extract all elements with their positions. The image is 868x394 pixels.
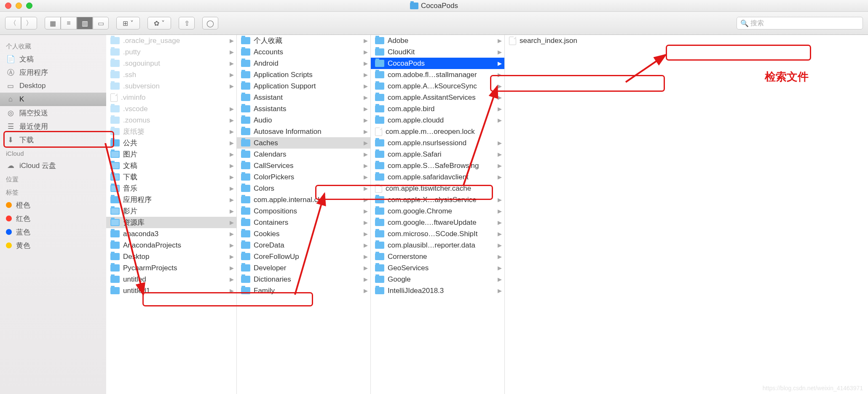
- list-row[interactable]: Adobe▶: [371, 35, 504, 46]
- sidebar-tag[interactable]: 红色: [0, 212, 106, 225]
- list-row[interactable]: 公共▶: [106, 137, 236, 149]
- list-row[interactable]: IntelliJIdea2018.3▶: [371, 285, 504, 296]
- list-row[interactable]: com.apple.nsurlsessiond▶: [371, 137, 504, 149]
- list-row[interactable]: Developer▶: [237, 262, 370, 274]
- list-row[interactable]: Assistant▶: [237, 92, 370, 103]
- view-gallery-button[interactable]: ▭: [93, 17, 109, 29]
- share-button[interactable]: ⇧: [179, 17, 195, 29]
- list-row[interactable]: Accounts▶: [237, 46, 370, 58]
- list-row[interactable]: .zoomus▶: [106, 114, 236, 126]
- list-row[interactable]: Caches▶: [237, 137, 370, 149]
- list-row[interactable]: Dictionaries▶: [237, 274, 370, 285]
- list-row[interactable]: com.apple.AssitantServices▶: [371, 92, 504, 103]
- list-row[interactable]: com.apple.Safari▶: [371, 149, 504, 160]
- list-row[interactable]: anaconda3▶: [106, 228, 236, 240]
- list-row[interactable]: 资源库▶: [106, 217, 236, 228]
- list-row[interactable]: Cornerstone▶: [371, 251, 504, 262]
- list-row[interactable]: 个人收藏▶: [237, 35, 370, 46]
- sidebar-item[interactable]: ◎隔空投送: [0, 106, 106, 120]
- list-row[interactable]: Colors▶: [237, 183, 370, 194]
- list-row[interactable]: com.plausibl…reporter.data▶: [371, 240, 504, 251]
- list-row[interactable]: Application Scripts▶: [237, 69, 370, 80]
- list-row[interactable]: Family▶: [237, 285, 370, 296]
- column-1[interactable]: .oracle_jre_usage▶.putty▶.sogouinput▶.ss…: [106, 35, 237, 394]
- list-row[interactable]: 下载▶: [106, 171, 236, 183]
- list-row[interactable]: com.apple.m…oreopen.lock: [371, 126, 504, 137]
- list-row[interactable]: Assistants▶: [237, 103, 370, 114]
- back-button[interactable]: 〈: [5, 17, 21, 29]
- sidebar-item[interactable]: ▭Desktop: [0, 79, 106, 93]
- list-row[interactable]: CoreData▶: [237, 240, 370, 251]
- sidebar-item[interactable]: ☰最近使用: [0, 120, 106, 133]
- list-row[interactable]: Containers▶: [237, 217, 370, 228]
- list-row[interactable]: Calendars▶: [237, 149, 370, 160]
- list-row[interactable]: com.google.…ftwareUpdate▶: [371, 217, 504, 228]
- list-row[interactable]: 图片▶: [106, 149, 236, 160]
- list-row[interactable]: .subversion▶: [106, 80, 236, 92]
- list-row[interactable]: Autosave Information▶: [237, 126, 370, 137]
- list-row[interactable]: com.apple.bird▶: [371, 103, 504, 114]
- sidebar-item[interactable]: Ⓐ应用程序: [0, 66, 106, 79]
- list-row[interactable]: com.apple.A…kSourceSync▶: [371, 80, 504, 92]
- list-row[interactable]: .vscode▶: [106, 103, 236, 114]
- column-3[interactable]: Adobe▶CloudKit▶CocoaPods▶com.adobe.fl…st…: [371, 35, 505, 394]
- list-row[interactable]: CloudKit▶: [371, 46, 504, 58]
- list-row[interactable]: untitled▶: [106, 274, 236, 285]
- list-row[interactable]: com.apple.S…SafeBrowsing▶: [371, 160, 504, 171]
- forward-button[interactable]: 〉: [21, 17, 37, 29]
- list-row[interactable]: Google▶: [371, 274, 504, 285]
- list-row[interactable]: CocoaPods▶: [371, 58, 504, 69]
- sidebar-tag[interactable]: 蓝色: [0, 225, 106, 239]
- list-row[interactable]: untitled1▶: [106, 285, 236, 296]
- list-row[interactable]: PycharmProjects▶: [106, 262, 236, 274]
- sidebar-item[interactable]: 📄文稿: [0, 52, 106, 66]
- list-row[interactable]: GeoServices▶: [371, 262, 504, 274]
- list-row[interactable]: com.apple.tiswitcher.cache: [371, 183, 504, 194]
- list-row[interactable]: com.microso…SCode.ShipIt▶: [371, 228, 504, 240]
- list-row[interactable]: 影片▶: [106, 205, 236, 217]
- list-row[interactable]: search_index.json: [505, 35, 868, 46]
- list-row[interactable]: Android▶: [237, 58, 370, 69]
- list-row[interactable]: 文稿▶: [106, 160, 236, 171]
- list-row[interactable]: .oracle_jre_usage▶: [106, 35, 236, 46]
- list-row[interactable]: 废纸篓▶: [106, 126, 236, 137]
- sidebar-item[interactable]: ⌂K: [0, 93, 106, 106]
- tags-button[interactable]: ◯: [202, 17, 218, 29]
- list-row[interactable]: com.google.Chrome▶: [371, 205, 504, 217]
- list-row[interactable]: .viminfo: [106, 92, 236, 103]
- list-row[interactable]: com.apple.internal.ck▶: [237, 194, 370, 205]
- search-input[interactable]: 🔍 搜索: [737, 17, 863, 29]
- minimize-button[interactable]: [16, 3, 22, 9]
- column-2[interactable]: 个人收藏▶Accounts▶Android▶Application Script…: [237, 35, 371, 394]
- list-row[interactable]: com.adobe.fl…stallmanager▶: [371, 69, 504, 80]
- list-row[interactable]: Application Support▶: [237, 80, 370, 92]
- sidebar-item[interactable]: ☁iCloud 云盘: [0, 159, 106, 172]
- list-row[interactable]: com.apple.X…alysisService▶: [371, 194, 504, 205]
- sidebar-item[interactable]: ⬇下载: [0, 133, 106, 146]
- list-row[interactable]: 音乐▶: [106, 183, 236, 194]
- list-row[interactable]: com.apple.safaridavclient▶: [371, 171, 504, 183]
- close-button[interactable]: [5, 3, 11, 9]
- list-row[interactable]: Audio▶: [237, 114, 370, 126]
- sidebar-tag[interactable]: 橙色: [0, 198, 106, 212]
- list-row[interactable]: CoreFollowUp▶: [237, 251, 370, 262]
- list-row[interactable]: CallServices▶: [237, 160, 370, 171]
- list-row[interactable]: .putty▶: [106, 46, 236, 58]
- list-row[interactable]: AnacondaProjects▶: [106, 240, 236, 251]
- list-row[interactable]: Desktop▶: [106, 251, 236, 262]
- list-row[interactable]: Cookies▶: [237, 228, 370, 240]
- list-row[interactable]: Compositions▶: [237, 205, 370, 217]
- list-row[interactable]: 应用程序▶: [106, 194, 236, 205]
- view-list-button[interactable]: ≡: [61, 17, 77, 29]
- list-row[interactable]: .ssh▶: [106, 69, 236, 80]
- view-column-button[interactable]: ▥: [77, 17, 93, 29]
- list-row[interactable]: .sogouinput▶: [106, 58, 236, 69]
- action-button[interactable]: ✿ ˅: [147, 17, 171, 29]
- list-row[interactable]: ColorPickers▶: [237, 171, 370, 183]
- view-icon-button[interactable]: ▦: [45, 17, 61, 29]
- arrange-button[interactable]: ⊞ ˅: [116, 17, 140, 29]
- column-4[interactable]: search_index.json: [505, 35, 868, 394]
- list-row[interactable]: com.apple.cloudd▶: [371, 114, 504, 126]
- maximize-button[interactable]: [26, 3, 32, 9]
- sidebar-tag[interactable]: 黄色: [0, 239, 106, 252]
